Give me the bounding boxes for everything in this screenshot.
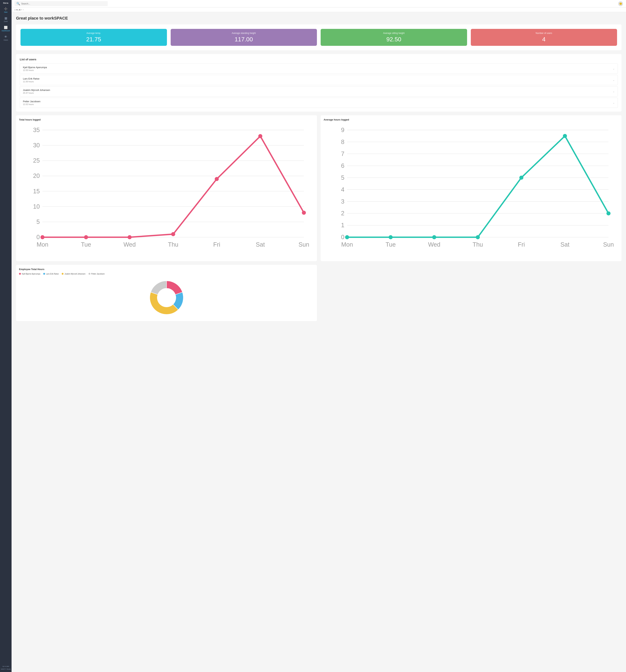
legend-dot [89, 273, 90, 275]
avg-hours-chart-card: Average hours logged 0123456789MonTueWed… [321, 115, 622, 261]
svg-text:4: 4 [341, 186, 345, 193]
svg-text:Sun: Sun [299, 241, 309, 248]
svg-point-63 [606, 211, 610, 216]
user-row[interactable]: Kjell Bjarne Aperumpa 12.05 hours ⌄ [20, 64, 618, 74]
topbar-right: 🙂 [618, 1, 623, 6]
sidebar: Itera ➕ New ▦ Desk ⬜ Dashboard 👁 Vision … [0, 0, 11, 672]
svg-text:5: 5 [341, 174, 345, 181]
users-list: Kjell Bjarne Aperumpa 12.05 hours ⌄ Lars… [20, 64, 618, 108]
stat-temp-label: Average temp. [24, 32, 163, 34]
svg-text:7: 7 [341, 150, 345, 157]
svg-text:Wed: Wed [123, 241, 136, 248]
svg-text:Fri: Fri [518, 241, 525, 248]
svg-text:Tue: Tue [81, 241, 91, 248]
legend-dot [19, 273, 21, 275]
user-hours: 12.02 hours [23, 103, 41, 105]
search-box[interactable]: 🔍 [15, 1, 108, 6]
users-section-title: List of users [20, 58, 618, 61]
expand-icon: ⌄ [613, 79, 615, 81]
legend-dot [62, 273, 64, 275]
main-area: 🔍 🙂 (⌐■_■)> ▾ Great place to workSPACE A… [11, 0, 626, 672]
legend-label: Kjell Bjarne Aperumpa [22, 273, 40, 275]
avatar[interactable]: 🙂 [618, 1, 623, 6]
donut-legend: Kjell Bjarne Aperumpa Lars Erik Røise Jo… [19, 273, 314, 275]
breadcrumb-text: (⌐■_■)> [15, 8, 22, 11]
svg-point-26 [171, 232, 175, 236]
donut-chart [146, 277, 187, 318]
sidebar-item-new[interactable]: ➕ New [0, 6, 11, 15]
content: Great place to workSPACE Average temp. 2… [11, 12, 626, 672]
plus-icon: ➕ [4, 7, 8, 10]
svg-point-24 [84, 235, 88, 239]
user-name: Petter Jacobsen [23, 100, 41, 103]
breadcrumb-chevron-icon[interactable]: ▾ [23, 9, 24, 11]
svg-text:Mon: Mon [341, 241, 353, 248]
svg-text:15: 15 [33, 188, 40, 195]
stat-card-temp: Average temp. 21.75 [21, 29, 167, 46]
user-hours: 25.97 hours [23, 92, 50, 94]
stat-card-sitting: Average sitting height 92.50 [321, 29, 467, 46]
svg-text:Wed: Wed [428, 241, 440, 248]
stat-card-users: Number of users 4 [471, 29, 617, 46]
sidebar-item-vision[interactable]: 👁 Vision [0, 33, 11, 43]
expand-icon: ⌄ [613, 90, 615, 93]
topbar: 🔍 🙂 [11, 0, 626, 7]
svg-point-61 [519, 176, 524, 180]
svg-point-59 [432, 235, 436, 239]
vision-icon: 👁 [4, 35, 7, 39]
legend-item: Petter Jacobsen [89, 273, 105, 275]
total-hours-chart-card: Total hours logged 05101520253035MonTueW… [16, 115, 317, 261]
svg-text:0: 0 [341, 234, 345, 240]
svg-text:6: 6 [341, 162, 345, 169]
stat-users-value: 4 [474, 36, 613, 43]
svg-text:Mon: Mon [37, 241, 48, 248]
sidebar-item-dashboard-label: Dashboard [2, 30, 10, 32]
desk-icon: ▦ [4, 17, 7, 20]
svg-text:Tue: Tue [386, 241, 396, 248]
expand-icon: ⌄ [613, 67, 615, 70]
sidebar-item-vision-label: Vision [3, 39, 8, 41]
total-hours-chart: 05101520253035MonTueWedThuFriSatSun [19, 123, 314, 257]
svg-text:Thu: Thu [473, 241, 483, 248]
user-row[interactable]: Joakim Myrvoll Johansen 25.97 hours ⌄ [20, 86, 618, 96]
svg-text:5: 5 [37, 218, 40, 225]
brand-label: SANITY Studio [1, 668, 11, 670]
legend-label: Petter Jacobsen [91, 273, 105, 275]
stat-users-label: Number of users [474, 32, 613, 34]
svg-text:10: 10 [33, 203, 40, 210]
svg-text:20: 20 [33, 172, 40, 179]
user-row[interactable]: Lars Erik Røise 11.00 hours ⌄ [20, 75, 618, 85]
charts-row: Total hours logged 05101520253035MonTueW… [16, 115, 622, 261]
stat-card-standing: Average standing height 117.00 [171, 29, 317, 46]
app-logo: Itera [3, 0, 8, 6]
dashboard-icon: ⬜ [4, 26, 8, 29]
donut-chart-title: Employee Total Hours [19, 268, 314, 271]
page-title: Great place to workSPACE [16, 16, 622, 21]
search-input[interactable] [21, 2, 106, 5]
sidebar-item-dashboard[interactable]: ⬜ Dashboard [0, 24, 11, 33]
svg-text:1: 1 [341, 222, 345, 229]
user-hours: 12.05 hours [23, 69, 47, 71]
donut-chart-card: Employee Total Hours Kjell Bjarne Aperum… [16, 265, 317, 321]
svg-point-29 [302, 211, 306, 215]
user-name: Joakim Myrvoll Johansen [23, 89, 50, 92]
users-section: List of users Kjell Bjarne Aperumpa 12.0… [16, 54, 622, 112]
legend-label: Lars Erik Røise [46, 273, 59, 275]
svg-point-27 [215, 177, 219, 181]
donut-container [19, 277, 314, 318]
svg-point-58 [389, 235, 393, 239]
svg-text:35: 35 [33, 127, 40, 134]
user-name: Lars Erik Røise [23, 77, 40, 80]
search-icon: 🔍 [16, 2, 20, 5]
svg-point-62 [563, 134, 567, 138]
stats-section: Average temp. 21.75 Average standing hei… [16, 24, 622, 50]
sidebar-bottom: Up to date SANITY Studio [0, 664, 11, 672]
user-row[interactable]: Petter Jacobsen 12.02 hours ⌄ [20, 98, 618, 108]
sidebar-item-desk-label: Desk [4, 21, 8, 22]
sidebar-item-new-label: New [4, 11, 7, 13]
breadcrumb-bar: (⌐■_■)> ▾ [11, 7, 626, 12]
svg-point-28 [258, 134, 262, 138]
sidebar-item-desk[interactable]: ▦ Desk [0, 15, 11, 24]
svg-text:Thu: Thu [168, 241, 179, 248]
svg-text:2: 2 [341, 210, 345, 217]
